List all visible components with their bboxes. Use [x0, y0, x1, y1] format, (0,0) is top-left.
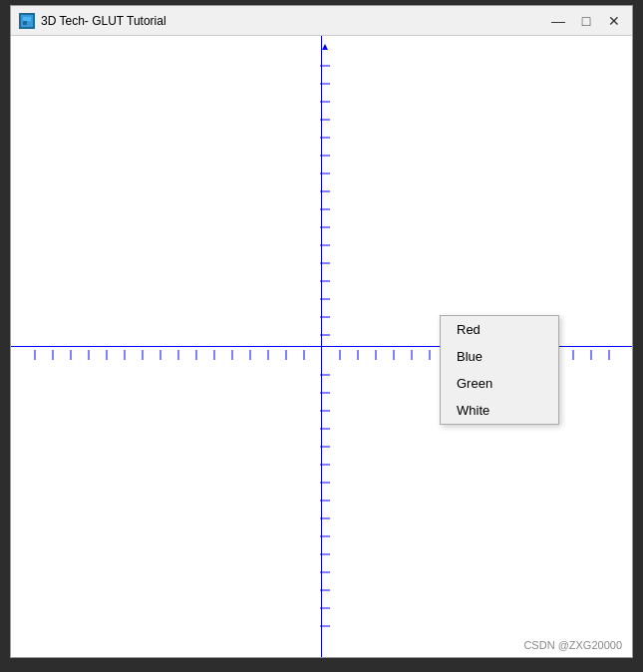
title-controls: — □ ✕	[548, 11, 624, 31]
app-icon	[19, 13, 35, 29]
canvas-area[interactable]: Red Blue Green White CSDN @ZXG20000	[11, 36, 632, 657]
watermark: CSDN @ZXG20000	[523, 639, 622, 651]
close-button[interactable]: ✕	[604, 11, 624, 31]
window-title: 3D Tech- GLUT Tutorial	[41, 14, 166, 28]
context-menu-item-green[interactable]: Green	[441, 370, 558, 397]
context-menu-item-red[interactable]: Red	[441, 316, 558, 343]
title-bar: 3D Tech- GLUT Tutorial — □ ✕	[11, 6, 632, 36]
svg-marker-6	[322, 44, 328, 50]
maximize-button[interactable]: □	[576, 11, 596, 31]
context-menu-item-blue[interactable]: Blue	[441, 343, 558, 370]
application-window: 3D Tech- GLUT Tutorial — □ ✕	[10, 5, 633, 658]
desktop: 3D Tech- GLUT Tutorial — □ ✕	[0, 0, 643, 672]
minimize-button[interactable]: —	[548, 11, 568, 31]
title-bar-left: 3D Tech- GLUT Tutorial	[19, 13, 166, 29]
context-menu-item-white[interactable]: White	[441, 397, 558, 424]
context-menu[interactable]: Red Blue Green White	[440, 315, 559, 425]
svg-rect-3	[23, 17, 31, 21]
